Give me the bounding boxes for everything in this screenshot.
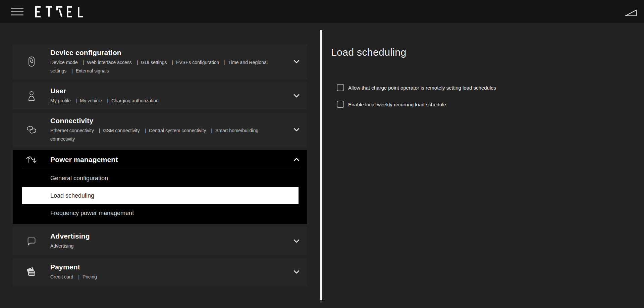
- section-link[interactable]: My vehicle: [72, 98, 102, 103]
- section-link[interactable]: GUI settings: [133, 60, 167, 65]
- section-title: User: [50, 87, 282, 95]
- section-link[interactable]: Charging authorization: [103, 98, 159, 103]
- section-title: Device configuration: [50, 49, 282, 57]
- menu-item-load-scheduling[interactable]: Load scheduling: [22, 187, 299, 204]
- checkbox-label[interactable]: Allow that charge point operator is remo…: [348, 85, 496, 91]
- panel-divider-scrollbar[interactable]: [320, 30, 322, 303]
- content-area: Device configuration Device mode Web int…: [0, 23, 644, 308]
- section-link[interactable]: Web interface access: [79, 60, 132, 65]
- section-link[interactable]: GSM connectivity: [95, 128, 140, 133]
- chain-link-icon: [13, 124, 50, 135]
- section-power-management: Power management General configuration L…: [13, 150, 307, 224]
- section-link[interactable]: Ethernet connectivity: [50, 128, 94, 133]
- cpo-load-schedules-checkbox[interactable]: [337, 84, 344, 91]
- section-title: Power management: [50, 156, 118, 164]
- section-user[interactable]: User My profile My vehicle Charging auth…: [13, 82, 307, 109]
- hamburger-menu-icon[interactable]: [11, 8, 23, 15]
- credit-card-icon: [13, 266, 50, 278]
- section-link[interactable]: My profile: [50, 98, 71, 103]
- speech-bubble-icon: [13, 237, 50, 246]
- chevron-down-icon[interactable]: [293, 127, 300, 133]
- section-title: Connectivity: [50, 117, 282, 125]
- menu-item-frequency-power-management[interactable]: Frequency power management: [13, 204, 307, 222]
- menu-item-general-configuration[interactable]: General configuration: [13, 169, 307, 187]
- section-title: Advertising: [50, 232, 282, 240]
- section-link[interactable]: EVSEs configuration: [168, 60, 219, 65]
- checkbox-label[interactable]: Enable local weekly recurring load sched…: [348, 102, 446, 107]
- settings-sidebar: Device configuration Device mode Web int…: [13, 44, 307, 289]
- page-title: Load scheduling: [331, 47, 644, 58]
- chevron-down-icon[interactable]: [293, 238, 300, 244]
- section-payment[interactable]: Payment Credit card Pricing: [13, 258, 307, 286]
- chevron-down-icon[interactable]: [293, 93, 300, 99]
- scrollbar-thumb[interactable]: [320, 300, 322, 303]
- section-connectivity[interactable]: Connectivity Ethernet connectivity GSM c…: [13, 112, 307, 147]
- load-scheduling-panel: Load scheduling Allow that charge point …: [322, 23, 644, 308]
- checkbox-row: Allow that charge point operator is remo…: [337, 84, 644, 91]
- section-links: Ethernet connectivity GSM connectivity C…: [50, 126, 282, 143]
- section-link[interactable]: Central system connectivity: [141, 128, 206, 133]
- section-title: Payment: [50, 263, 282, 271]
- ac-wave-arrows-icon: [13, 155, 50, 165]
- signal-triangle-icon: [625, 9, 637, 18]
- section-link[interactable]: External signals: [68, 68, 109, 73]
- top-bar: ETREL: [0, 0, 644, 23]
- user-icon: [13, 91, 50, 101]
- chevron-up-icon[interactable]: [293, 157, 300, 163]
- section-links: Device mode Web interface access GUI set…: [50, 58, 282, 75]
- section-links: My profile My vehicle Charging authoriza…: [50, 97, 282, 105]
- chevron-down-icon[interactable]: [293, 59, 300, 65]
- etrel-logo[interactable]: ETREL: [35, 6, 85, 17]
- section-links: Advertising: [50, 242, 282, 250]
- section-advertising[interactable]: Advertising Advertising: [13, 227, 307, 255]
- charging-device-icon: [13, 56, 50, 68]
- local-weekly-schedule-checkbox[interactable]: [337, 101, 344, 108]
- section-links: Credit card Pricing: [50, 273, 282, 281]
- section-link[interactable]: Advertising: [50, 243, 73, 249]
- section-link[interactable]: Pricing: [74, 274, 97, 279]
- section-power-management-header[interactable]: Power management: [13, 150, 307, 169]
- section-link[interactable]: Device mode: [50, 60, 78, 65]
- section-link[interactable]: Credit card: [50, 274, 73, 279]
- checkbox-group: Allow that charge point operator is remo…: [337, 84, 644, 108]
- section-device-configuration[interactable]: Device configuration Device mode Web int…: [13, 44, 307, 79]
- checkbox-row: Enable local weekly recurring load sched…: [337, 101, 644, 108]
- etrel-logo-letters: [35, 6, 85, 17]
- chevron-down-icon[interactable]: [293, 269, 300, 275]
